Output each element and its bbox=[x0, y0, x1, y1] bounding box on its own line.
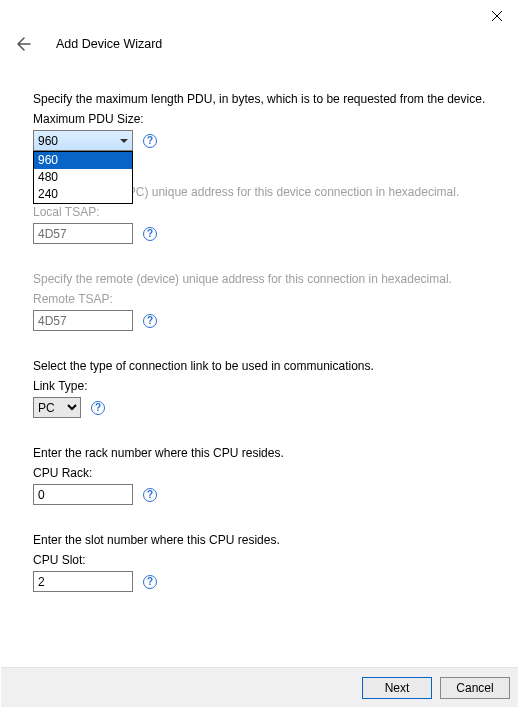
link-type-label: Link Type: bbox=[33, 379, 499, 393]
cpu-rack-desc: Enter the rack number where this CPU res… bbox=[33, 446, 499, 460]
local-tsap-label: Local TSAP: bbox=[33, 205, 499, 219]
pdu-option[interactable]: 240 bbox=[34, 186, 132, 203]
pdu-option[interactable]: 960 bbox=[34, 152, 132, 169]
pdu-desc: Specify the maximum length PDU, in bytes… bbox=[33, 92, 499, 106]
next-button[interactable]: Next bbox=[362, 677, 432, 699]
wizard-footer: Next Cancel bbox=[1, 667, 518, 707]
remote-tsap-input bbox=[33, 310, 133, 331]
cpu-slot-desc: Enter the slot number where this CPU res… bbox=[33, 533, 499, 547]
cancel-button[interactable]: Cancel bbox=[440, 677, 510, 699]
help-icon[interactable]: ? bbox=[91, 401, 105, 415]
link-type-select[interactable]: PC bbox=[33, 397, 81, 418]
chevron-down-icon bbox=[120, 139, 128, 143]
pdu-select[interactable]: 960 bbox=[33, 130, 133, 151]
local-tsap-input bbox=[33, 223, 133, 244]
remote-tsap-desc: Specify the remote (device) unique addre… bbox=[33, 272, 499, 286]
help-icon[interactable]: ? bbox=[143, 314, 157, 328]
cpu-slot-input[interactable] bbox=[33, 571, 133, 592]
help-icon[interactable]: ? bbox=[143, 575, 157, 589]
help-icon[interactable]: ? bbox=[143, 227, 157, 241]
wizard-window: Add Device Wizard Specify the maximum le… bbox=[0, 0, 519, 708]
close-icon[interactable] bbox=[485, 6, 509, 28]
cpu-slot-label: CPU Slot: bbox=[33, 553, 499, 567]
back-arrow-icon[interactable] bbox=[12, 34, 32, 54]
cpu-rack-input[interactable] bbox=[33, 484, 133, 505]
remote-tsap-label: Remote TSAP: bbox=[33, 292, 499, 306]
pdu-select-value: 960 bbox=[38, 134, 58, 148]
pdu-dropdown-list: 960 480 240 bbox=[33, 151, 133, 204]
pdu-label: Maximum PDU Size: bbox=[33, 112, 499, 126]
help-icon[interactable]: ? bbox=[143, 134, 157, 148]
pdu-option[interactable]: 480 bbox=[34, 169, 132, 186]
cpu-rack-label: CPU Rack: bbox=[33, 466, 499, 480]
help-icon[interactable]: ? bbox=[143, 488, 157, 502]
page-title: Add Device Wizard bbox=[56, 37, 162, 51]
link-type-desc: Select the type of connection link to be… bbox=[33, 359, 499, 373]
